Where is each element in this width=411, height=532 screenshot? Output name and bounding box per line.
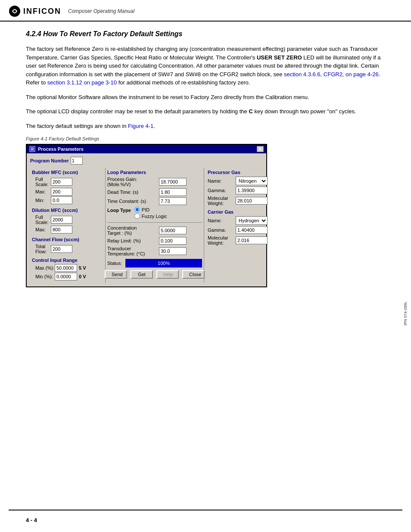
radio-fuzzy[interactable] xyxy=(134,213,140,219)
conc-target-input[interactable] xyxy=(159,227,187,234)
radio-pid[interactable] xyxy=(134,207,140,212)
bubbler-max-label: Max: xyxy=(35,189,51,194)
svg-rect-3 xyxy=(31,147,34,151)
radio-fuzzy-row: Fuzzy Logic xyxy=(134,213,167,219)
dil-max-input[interactable] xyxy=(51,226,72,233)
header-subtitle: Composer Operating Manual xyxy=(68,8,134,14)
dialog-titlebar: Process Parameters × xyxy=(27,145,266,153)
time-constant-row: Time Constant: (s) xyxy=(107,197,202,205)
bubbler-min-label: Min: xyxy=(35,198,51,203)
fig-ref-link[interactable]: Figure 4-1 xyxy=(128,123,153,129)
logo-text: INFICON xyxy=(23,7,61,16)
program-number-label: Program Number xyxy=(30,158,69,163)
prec-gamma-input[interactable] xyxy=(236,187,268,194)
loop-type-section: Loop Type PID Fuzzy Logic xyxy=(107,207,202,220)
loop-type-options: PID Fuzzy Logic xyxy=(134,207,167,220)
side-label: IPN 074-289L xyxy=(403,302,408,326)
time-constant-input[interactable] xyxy=(159,197,187,205)
transducer-label: TransducerTemperature: (°C) xyxy=(107,246,159,256)
close-button[interactable]: Close xyxy=(182,270,205,279)
figure-caption: Figure 4-1 Factory Default Settings xyxy=(26,136,385,141)
carr-name-label: Name: xyxy=(208,218,236,223)
precursor-section: Precursor Gas Name: Nitrogen Gamma: xyxy=(208,170,273,206)
bold-user-set-zero: USER SET ZERO xyxy=(257,54,302,61)
dialog-close-button[interactable]: × xyxy=(257,146,264,152)
radio-pid-row: PID xyxy=(134,207,167,212)
bubbler-section: Bubbler MFC (sccm) FullScale: Max: Min: xyxy=(32,170,102,204)
bubbler-full-scale-label: FullScale: xyxy=(35,177,51,187)
channel-flow-section: Channel Flow (sccm) TotalFlow: xyxy=(32,237,102,254)
ctrl-min-volt: 0 V xyxy=(79,274,86,279)
link-3-10[interactable]: section 3.1.12 on page 3-10 xyxy=(47,79,117,86)
carr-gamma-input[interactable] xyxy=(236,226,268,234)
transducer-input[interactable] xyxy=(159,247,187,255)
paragraph-1: The factory set Reference Zero is re-est… xyxy=(26,45,385,87)
help-button[interactable]: Help xyxy=(156,270,179,279)
radio-pid-label: PID xyxy=(142,207,149,212)
page-header: INFICON Composer Operating Manual xyxy=(0,0,411,22)
left-panel: Bubbler MFC (sccm) FullScale: Max: Min: xyxy=(30,168,103,283)
paragraph-2: The optional Monitor Software allows the… xyxy=(26,93,385,102)
send-button[interactable]: Send xyxy=(105,270,127,279)
prec-molweight-input[interactable] xyxy=(236,197,268,205)
carr-gamma-row: Gamma: xyxy=(208,226,273,234)
relay-limit-label: Relay Limit: (%) xyxy=(107,238,159,243)
prec-name-label: Name: xyxy=(208,178,236,184)
dialog-grid: Bubbler MFC (sccm) FullScale: Max: Min: xyxy=(30,168,263,283)
channel-total-row: TotalFlow: xyxy=(35,244,102,254)
prec-name-select[interactable]: Nitrogen xyxy=(236,177,268,185)
status-bar: Status: 100% xyxy=(107,259,202,268)
channel-total-input[interactable] xyxy=(51,245,72,253)
svg-point-1 xyxy=(13,10,16,12)
relay-limit-input[interactable] xyxy=(159,237,187,245)
transducer-row: TransducerTemperature: (°C) xyxy=(107,246,202,256)
prec-gamma-row: Gamma: xyxy=(208,187,273,194)
carr-molweight-input[interactable] xyxy=(236,236,268,244)
footer-page-number: 4 - 4 xyxy=(26,517,37,523)
loop-params-label: Loop Parameters xyxy=(107,170,202,175)
channel-flow-label: Channel Flow (sccm) xyxy=(32,237,102,242)
button-row: Send Get Help Close xyxy=(107,270,202,279)
ctrl-max-input[interactable] xyxy=(55,264,77,272)
carr-gamma-label: Gamma: xyxy=(208,227,236,233)
dil-full-scale-input[interactable] xyxy=(51,216,72,224)
bubbler-max-row: Max: xyxy=(35,188,102,196)
dil-full-scale-label: FullScale: xyxy=(35,215,51,225)
bubbler-full-scale-input[interactable] xyxy=(51,178,72,186)
program-number-input[interactable] xyxy=(71,157,83,165)
ctrl-min-input[interactable] xyxy=(55,273,77,280)
dilution-section: Dilution MFC (sccm) FullScale: Max: xyxy=(32,208,102,233)
dilution-label: Dilution MFC (sccm) xyxy=(32,208,102,213)
program-number-row: Program Number xyxy=(30,157,263,165)
conc-target-row: ConcentrationTarget : (%) xyxy=(107,225,202,236)
logo-area: INFICON xyxy=(9,5,61,17)
dialog-title-text: Process Parameters xyxy=(38,146,84,152)
prec-molweight-label: MolecularWeight: xyxy=(208,196,236,206)
dil-max-label: Max: xyxy=(35,227,51,232)
carr-molweight-row: MolecularWeight: xyxy=(208,235,273,246)
bubbler-label: Bubbler MFC (sccm) xyxy=(32,170,102,175)
time-constant-label: Time Constant: (s) xyxy=(107,199,159,204)
status-label: Status: xyxy=(107,261,122,266)
dil-full-scale-row: FullScale: xyxy=(35,215,102,225)
carr-name-select[interactable]: Hydrogen xyxy=(236,216,268,225)
relay-limit-row: Relay Limit: (%) xyxy=(107,237,202,245)
dead-time-input[interactable] xyxy=(159,188,187,196)
process-gain-input[interactable] xyxy=(159,178,187,186)
bubbler-min-input[interactable] xyxy=(51,196,72,204)
ctrl-max-volt: 5 V xyxy=(79,265,86,271)
bubbler-max-input[interactable] xyxy=(51,188,72,196)
prec-name-row: Name: Nitrogen xyxy=(208,177,273,185)
carrier-label: Carrier Gas xyxy=(208,209,273,215)
get-button[interactable]: Get xyxy=(131,270,153,279)
ctrl-min-label: Min (%): xyxy=(35,274,55,279)
middle-panel: Loop Parameters Process Gain:(Mole.%/V) … xyxy=(105,168,204,283)
link-cfgr2[interactable]: section 4.3.6.6, CFGR2, on page 4-26 xyxy=(284,71,379,78)
dead-time-label: Dead Time: (s) xyxy=(107,190,159,195)
prec-molweight-row: MolecularWeight: xyxy=(208,196,273,206)
dead-time-row: Dead Time: (s) xyxy=(107,188,202,196)
process-parameters-dialog: Process Parameters × Program Number Bubb… xyxy=(26,144,267,287)
status-value: 100% xyxy=(125,259,202,268)
footer-line xyxy=(9,510,402,510)
inficon-logo-icon xyxy=(9,5,21,17)
